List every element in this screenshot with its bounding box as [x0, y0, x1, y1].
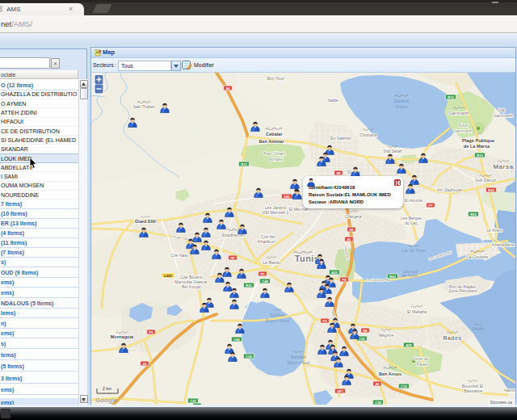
svg-text:Aïn Zaghouan: Aïn Zaghouan: [437, 187, 464, 192]
svg-text:P9: P9: [149, 330, 153, 334]
svg-text:A1: A1: [347, 237, 351, 242]
svg-text:El Mallaha: El Mallaha: [407, 309, 427, 314]
svg-text:Cap: Cap: [498, 107, 506, 112]
svg-text:N9: N9: [363, 329, 368, 333]
svg-text:Cebalat: Cebalat: [266, 132, 282, 136]
svg-text:Radès: Radès: [473, 326, 485, 331]
svg-text:C48: C48: [262, 279, 268, 284]
svg-text:Khaldoun: Khaldoun: [258, 239, 275, 244]
svg-text:Lac de Tunis: Lac de Tunis: [401, 248, 426, 253]
svg-text:Gammarth: Gammarth: [449, 111, 469, 116]
svg-text:A3: A3: [142, 362, 147, 366]
svg-text:d'El Menzah 1: d'El Menzah 1: [263, 210, 289, 215]
svg-text:N8: N8: [336, 171, 341, 175]
svg-text:Forêt de: Forêt de: [414, 356, 429, 361]
svg-text:GP1: GP1: [337, 389, 344, 393]
svg-text:Sabkhet: Sabkhet: [393, 99, 410, 103]
svg-text:El Aouina: El Aouina: [405, 198, 422, 203]
svg-text:Parc Urbain: Parc Urbain: [264, 151, 286, 156]
svg-text:P5: P5: [260, 272, 265, 276]
svg-text:La Goulette: La Goulette: [467, 254, 489, 259]
svg-text:C31: C31: [359, 337, 365, 341]
svg-text:C29: C29: [246, 355, 252, 359]
svg-text:R23: R23: [470, 212, 477, 216]
svg-text:Forer: Forer: [459, 123, 469, 128]
svg-text:P8: P8: [342, 278, 347, 282]
svg-text:R23: R23: [389, 275, 396, 279]
svg-text:Oued Ellil: Oued Ellil: [135, 219, 156, 224]
svg-text:Ariana: Ariana: [395, 104, 408, 109]
svg-text:Le Bardo: Le Bardo: [263, 260, 280, 265]
svg-text:N9: N9: [349, 228, 354, 232]
svg-text:Sijoumi Sud: Sijoumi Sud: [287, 360, 310, 365]
svg-text:Sidi Salah: Sidi Salah: [383, 149, 401, 153]
svg-text:R13: R13: [477, 153, 483, 158]
svg-text:Ennahli: Ennahli: [270, 157, 284, 162]
svg-text:Sijoumi Nord: Sijoumi Nord: [265, 318, 290, 323]
svg-text:Gammarth: Gammarth: [453, 128, 473, 133]
svg-text:C15: C15: [401, 384, 407, 388]
svg-text:La Goulette Rd: La Goulette Rd: [366, 278, 390, 282]
svg-text:A33: A33: [331, 271, 338, 275]
svg-text:Jaafar: Jaafar: [327, 98, 339, 103]
svg-text:Mornaguia: Mornaguia: [111, 334, 134, 339]
svg-text:Google: Google: [95, 397, 118, 404]
svg-text:R13: R13: [241, 162, 247, 166]
svg-text:Sabkhet: Sabkhet: [269, 313, 285, 317]
svg-text:A55: A55: [406, 343, 412, 347]
svg-text:Chargeia: Chargeia: [344, 214, 361, 219]
svg-text:Plage Publique: Plage Publique: [462, 138, 494, 143]
svg-text:N10: N10: [488, 188, 494, 192]
svg-text:2 km: 2 km: [103, 386, 111, 391]
svg-text:Le Kram: Le Kram: [486, 228, 502, 233]
svg-text:Borj Touil: Borj Touil: [267, 76, 284, 81]
svg-text:Chotrana: Chotrana: [359, 132, 376, 137]
svg-text:P7: P7: [428, 204, 433, 208]
svg-text:Radès: Radès: [443, 335, 461, 341]
svg-text:Cité Nasr: Cité Nasr: [170, 253, 188, 258]
svg-text:Zone Pétrolière: Zone Pétrolière: [448, 288, 477, 293]
svg-text:Bassatine: Bassatine: [464, 388, 483, 393]
svg-text:Mégrine: Mégrine: [379, 333, 394, 338]
svg-text:Marsa: Marsa: [493, 163, 513, 170]
svg-text:R21: R21: [246, 284, 252, 288]
svg-text:R13: R13: [448, 95, 454, 99]
svg-text:A3: A3: [375, 382, 380, 386]
svg-text:Kheireddine: Kheireddine: [492, 242, 515, 247]
svg-text:Sabkhet: Sabkhet: [290, 355, 306, 359]
svg-text:P2: P2: [322, 319, 327, 323]
svg-text:En Nakhlet: En Nakhlet: [330, 136, 351, 141]
svg-text:Hamm: Hamm: [504, 388, 515, 393]
svg-text:Sab Thabet: Sab Thabet: [133, 104, 155, 109]
svg-text:Ben Ammar: Ben Ammar: [258, 139, 284, 144]
svg-text:C40: C40: [233, 338, 240, 342]
svg-text:de Tunis: de Tunis: [401, 273, 418, 278]
svg-text:A4: A4: [225, 86, 230, 90]
svg-text:X20: X20: [284, 195, 290, 199]
svg-text:Bel Kouja): Bel Kouja): [182, 284, 201, 289]
svg-text:C28: C28: [375, 401, 381, 405]
svg-text:N7: N7: [230, 256, 235, 260]
svg-text:Ben Arous: Ben Arous: [379, 372, 401, 376]
svg-text:du Lac: du Lac: [405, 220, 418, 225]
svg-text:Sidi Daoud: Sidi Daoud: [475, 178, 495, 183]
svg-text:de La Marsa: de La Marsa: [464, 144, 490, 149]
svg-text:Gammarth: Gammarth: [494, 113, 514, 118]
svg-text:C37: C37: [190, 399, 196, 403]
svg-text:L325: L325: [164, 274, 172, 278]
svg-text:Radès: Radès: [417, 362, 429, 367]
